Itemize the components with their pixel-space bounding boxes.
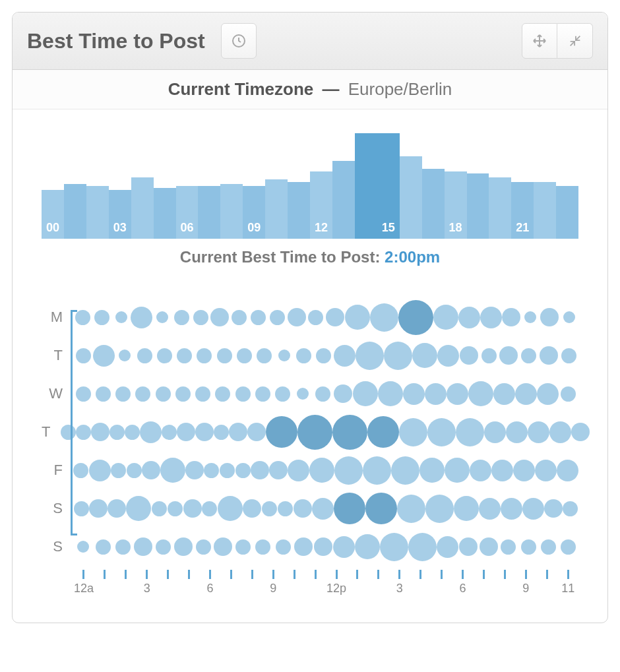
hour-label: 9 — [515, 582, 536, 596]
bubble — [288, 460, 309, 481]
bubble-cell — [193, 539, 213, 555]
bar-hour-13 — [332, 161, 355, 239]
tick-mark — [104, 570, 106, 579]
bubble-cell — [135, 348, 154, 363]
bubble-cell — [213, 386, 233, 402]
bubble — [481, 348, 497, 363]
clock-icon — [231, 33, 247, 49]
bubble — [309, 458, 334, 483]
bubble — [484, 421, 506, 443]
bubble — [563, 501, 578, 516]
bubble-cell — [559, 386, 578, 402]
hour-tick — [431, 570, 452, 599]
bubble-cell — [367, 416, 399, 448]
bubble-cell — [89, 460, 111, 481]
bubble — [278, 501, 293, 516]
day-hour-bubble-chart: MTWTFSS — [42, 298, 578, 566]
bubble — [177, 423, 195, 441]
bubble — [445, 458, 470, 483]
collapse-button[interactable] — [557, 23, 593, 59]
bubble-cell — [73, 463, 89, 478]
bubble — [183, 499, 202, 518]
bubble — [73, 463, 88, 478]
bubble-cell — [287, 308, 306, 326]
bubble-cell — [408, 533, 437, 561]
bubble-cell — [249, 310, 268, 325]
panel-header: Best Time to Post — [13, 13, 607, 70]
bubble-cell — [425, 495, 454, 523]
bubble-cell — [499, 346, 518, 365]
bubble-cell — [314, 348, 334, 363]
bubble-cell — [539, 346, 559, 365]
bubble — [127, 463, 142, 478]
bubble — [549, 421, 571, 443]
bar-hour-16 — [400, 156, 422, 239]
bubble-cell — [93, 539, 113, 555]
move-button[interactable] — [522, 23, 557, 59]
tick-mark — [462, 570, 464, 579]
bubble-cell — [109, 425, 125, 440]
bubble-cell — [168, 501, 183, 516]
bubble — [499, 346, 518, 365]
bubble-cell — [437, 345, 459, 367]
bubble — [513, 460, 535, 481]
bubble-cell — [447, 383, 468, 405]
bubble — [220, 463, 235, 478]
bubble-cell — [535, 460, 557, 481]
bubble-cells — [73, 451, 578, 489]
bubble-cell — [266, 416, 297, 448]
bubble — [334, 493, 365, 524]
bubble-cell — [425, 383, 447, 405]
bubble — [571, 423, 590, 441]
bar-hour-12: 12 — [310, 171, 332, 239]
tick-mark — [483, 570, 485, 579]
bubble-cell — [433, 305, 458, 330]
bubble-cell — [173, 537, 193, 556]
bubble — [460, 346, 478, 365]
hour-tick — [115, 570, 137, 599]
bubble-cell — [399, 418, 427, 446]
bubble-cell — [126, 496, 151, 521]
day-label: F — [42, 462, 73, 479]
bubble — [541, 539, 556, 555]
bubble — [316, 348, 331, 363]
bubble — [214, 425, 229, 440]
bubble-cell — [313, 386, 332, 402]
hour-tick — [158, 570, 179, 599]
bubble-cell — [363, 456, 391, 485]
bubble-cell — [253, 386, 272, 402]
bubble — [177, 348, 192, 363]
bubble-cell — [213, 537, 233, 556]
bubble-row: W — [42, 375, 578, 413]
hour-axis: 12a36912p36911 — [73, 570, 578, 599]
bubble-cell — [493, 383, 515, 405]
bubble — [89, 460, 111, 481]
tick-mark — [504, 570, 506, 579]
bubble — [288, 308, 306, 326]
tick-mark — [188, 570, 190, 579]
bubble — [521, 539, 536, 555]
bubble — [232, 310, 247, 325]
bubble-cells — [73, 375, 578, 413]
bubble-cell — [173, 386, 193, 402]
bubble-cell — [309, 458, 334, 483]
bubble-cell — [162, 425, 177, 440]
bar-hour-07 — [198, 186, 220, 239]
bubble — [135, 386, 150, 402]
bubble — [345, 305, 370, 330]
bubble — [333, 536, 355, 558]
clock-button[interactable] — [221, 23, 257, 59]
bubble-row: T — [42, 336, 578, 375]
bubble — [193, 310, 208, 325]
bubble-cell — [306, 310, 325, 325]
bubble-cell — [151, 501, 167, 516]
hour-tick: 3 — [137, 570, 158, 599]
bubble-cell — [243, 499, 261, 518]
bar-tick: 18 — [449, 221, 462, 235]
bubble — [537, 383, 559, 405]
bubble — [355, 534, 380, 559]
bubble — [126, 496, 151, 521]
bubble-cell — [160, 458, 185, 483]
tick-mark — [125, 570, 127, 579]
bubble — [134, 537, 152, 556]
